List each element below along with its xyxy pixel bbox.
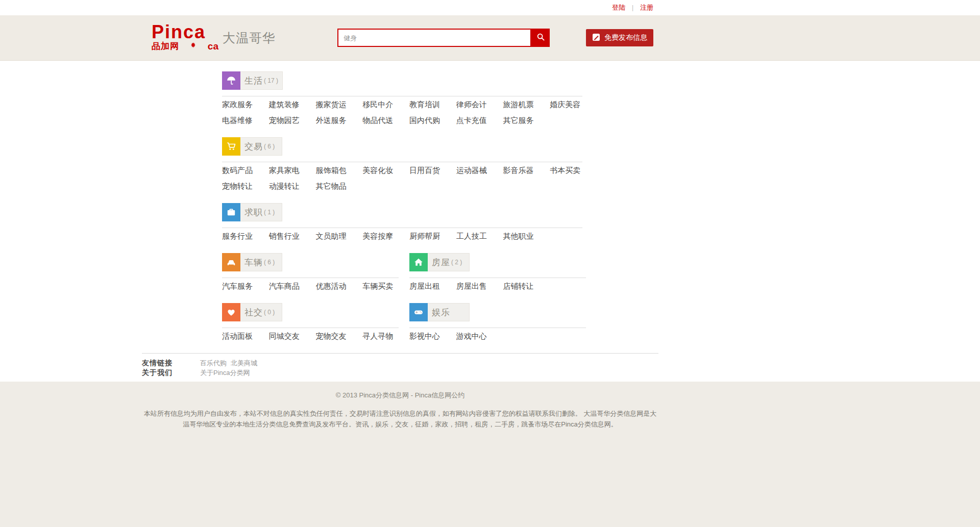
- category-link[interactable]: 家政服务: [222, 96, 269, 112]
- category-link[interactable]: 日用百货: [409, 162, 456, 178]
- category-link[interactable]: 房屋出租: [409, 278, 456, 294]
- page-footer: © 2013 Pinca分类信息网 - Pinca信息网公约 本站所有信息均为用…: [0, 382, 980, 527]
- category-link[interactable]: 电器维修: [222, 112, 269, 128]
- category-link[interactable]: 车辆买卖: [362, 278, 409, 294]
- category-link[interactable]: 移民中介: [362, 96, 409, 112]
- section-vehicles: 车辆( 6 ) 汽车服务汽车商品优惠活动车辆买卖: [222, 253, 399, 294]
- section-housing-header: 房屋( 2 ): [409, 253, 586, 271]
- category-link[interactable]: 律师会计: [456, 96, 503, 112]
- category-link[interactable]: 宠物园艺: [269, 112, 316, 128]
- section-social: 社交( 0 ) 活动面板同城交友宠物交友寻人寻物: [222, 303, 399, 344]
- login-link[interactable]: 登陆: [612, 3, 625, 12]
- section-trade-header: 交易( 6 ): [222, 137, 582, 156]
- category-link[interactable]: 汽车服务: [222, 278, 269, 294]
- category-link[interactable]: 书本买卖: [550, 162, 597, 178]
- section-social-links: 活动面板同城交友宠物交友寻人寻物: [222, 328, 409, 344]
- category-link[interactable]: 店铺转让: [503, 278, 550, 294]
- category-link[interactable]: 婚庆美容: [550, 96, 597, 112]
- category-link[interactable]: 美容按摩: [362, 228, 409, 244]
- post-ad-label: 免费发布信息: [604, 33, 647, 42]
- search-input[interactable]: [337, 29, 531, 47]
- section-life: 生活( 17 ) 家政服务建筑装修搬家货运移民中介教育培训律师会计旅游机票婚庆美…: [222, 71, 582, 128]
- section-life-links: 家政服务建筑装修搬家货运移民中介教育培训律师会计旅游机票婚庆美容电器维修宠物园艺…: [222, 96, 597, 128]
- category-link[interactable]: 教育培训: [409, 96, 456, 112]
- section-vehicles-links: 汽车服务汽车商品优惠活动车辆买卖: [222, 278, 409, 294]
- friend-links-row: 友情链接 百乐代购北美商城: [142, 358, 658, 368]
- friend-link[interactable]: 百乐代购: [200, 359, 227, 367]
- category-link[interactable]: 汽车商品: [269, 278, 316, 294]
- section-entertainment-header: 娱乐: [409, 303, 586, 321]
- site-header: Pinca 品加网 ca 大温哥华 免费发布信息: [0, 15, 980, 61]
- category-link[interactable]: 数码产品: [222, 162, 269, 178]
- category-link[interactable]: 外送服务: [316, 112, 363, 128]
- section-housing: 房屋( 2 ) 房屋出租房屋出售店铺转让: [409, 253, 586, 294]
- logo-wordmark: Pinca: [152, 23, 218, 40]
- cart-icon: [222, 137, 240, 156]
- category-link[interactable]: 工人技工: [456, 228, 503, 244]
- category-link[interactable]: 其他职业: [503, 228, 550, 244]
- section-trade-links: 数码产品家具家电服饰箱包美容化妆日用百货运动器械影音乐器书本买卖宠物转让动漫转让…: [222, 162, 597, 194]
- site-disclaimer: 本站所有信息均为用户自由发布，本站不对信息的真实性负任何责任，交易时请注意识别信…: [142, 408, 658, 430]
- category-link[interactable]: 物品代送: [362, 112, 409, 128]
- category-link[interactable]: 房屋出售: [456, 278, 503, 294]
- section-trade-title: 交易( 6 ): [240, 137, 282, 156]
- section-vehicles-title: 车辆( 6 ): [240, 253, 282, 271]
- logo-domain: ca: [208, 41, 218, 52]
- category-link[interactable]: 影音乐器: [503, 162, 550, 178]
- search-button[interactable]: [531, 29, 550, 47]
- category-link[interactable]: 服饰箱包: [316, 162, 363, 178]
- category-link[interactable]: 旅游机票: [503, 96, 550, 112]
- category-link[interactable]: 厨师帮厨: [409, 228, 456, 244]
- friend-link[interactable]: 北美商城: [231, 359, 257, 367]
- category-link[interactable]: 影视中心: [409, 328, 456, 344]
- category-link[interactable]: 宠物交友: [316, 328, 363, 344]
- house-icon: [409, 253, 428, 271]
- category-link[interactable]: 文员助理: [316, 228, 363, 244]
- topbar-separator: |: [632, 4, 633, 11]
- gamepad-icon: [409, 303, 428, 321]
- category-link[interactable]: 寻人寻物: [362, 328, 409, 344]
- category-link[interactable]: 服务行业: [222, 228, 269, 244]
- site-pact-link[interactable]: Pinca信息网公约: [415, 391, 465, 399]
- section-social-title: 社交( 0 ): [240, 303, 282, 321]
- category-link[interactable]: 家具家电: [269, 162, 316, 178]
- section-jobs: 求职( 1 ) 服务行业销售行业文员助理美容按摩厨师帮厨工人技工其他职业: [222, 203, 582, 244]
- section-housing-title: 房屋( 2 ): [428, 253, 470, 271]
- about-link[interactable]: 关于Pinca分类网: [200, 369, 250, 377]
- category-link[interactable]: 优惠活动: [316, 278, 363, 294]
- car-icon: [222, 253, 240, 271]
- category-link[interactable]: 其它物品: [316, 178, 363, 194]
- category-link[interactable]: 搬家货运: [316, 96, 363, 112]
- section-life-header: 生活( 17 ): [222, 71, 582, 90]
- section-jobs-title: 求职( 1 ): [240, 203, 282, 221]
- category-link[interactable]: 宠物转让: [222, 178, 269, 194]
- post-ad-button[interactable]: 免费发布信息: [586, 29, 653, 46]
- category-link[interactable]: 活动面板: [222, 328, 269, 344]
- site-logo[interactable]: Pinca 品加网 ca: [152, 23, 218, 52]
- logo-chinese-name: 品加网: [152, 40, 179, 52]
- category-link[interactable]: 同城交友: [269, 328, 316, 344]
- category-link[interactable]: 国内代购: [409, 112, 456, 128]
- category-link[interactable]: 美容化妆: [362, 162, 409, 178]
- category-link[interactable]: 动漫转让: [269, 178, 316, 194]
- section-jobs-header: 求职( 1 ): [222, 203, 582, 221]
- category-link[interactable]: 运动器械: [456, 162, 503, 178]
- search-box: [337, 29, 550, 47]
- category-link[interactable]: 建筑装修: [269, 96, 316, 112]
- section-housing-links: 房屋出租房屋出售店铺转让: [409, 278, 597, 294]
- about-links-label: 关于我们: [142, 368, 200, 378]
- category-link[interactable]: 游戏中心: [456, 328, 503, 344]
- section-entertainment-links: 影视中心游戏中心: [409, 328, 597, 344]
- briefcase-icon: [222, 203, 240, 221]
- category-link[interactable]: 销售行业: [269, 228, 316, 244]
- category-link[interactable]: 点卡充值: [456, 112, 503, 128]
- heart-icon: [222, 303, 240, 321]
- category-link[interactable]: 其它服务: [503, 112, 550, 128]
- section-vehicles-header: 车辆( 6 ): [222, 253, 399, 271]
- main-content: 生活( 17 ) 家政服务建筑装修搬家货运移民中介教育培训律师会计旅游机票婚庆美…: [0, 61, 980, 382]
- register-link[interactable]: 注册: [640, 3, 653, 12]
- section-entertainment: 娱乐 影视中心游戏中心: [409, 303, 586, 344]
- top-bar: 登陆 | 注册: [0, 0, 980, 15]
- section-trade: 交易( 6 ) 数码产品家具家电服饰箱包美容化妆日用百货运动器械影音乐器书本买卖…: [222, 137, 582, 194]
- search-icon: [536, 33, 545, 43]
